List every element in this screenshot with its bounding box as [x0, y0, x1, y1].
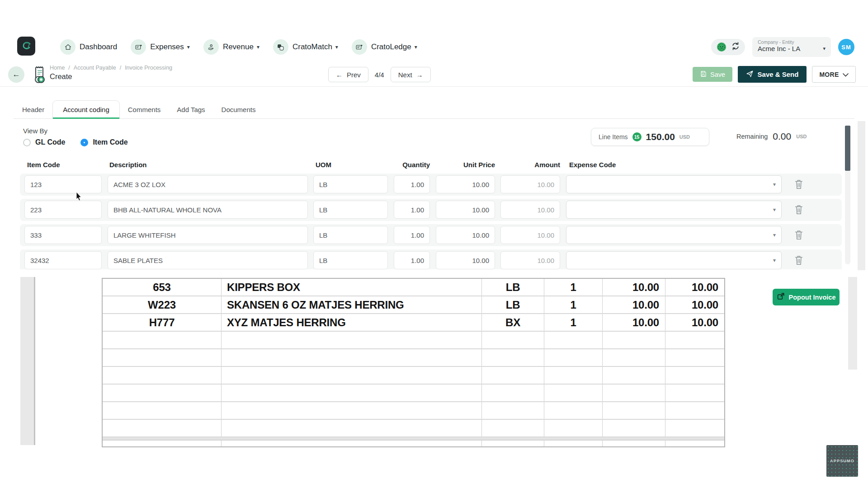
- description-field[interactable]: LARGE WHITEFISH: [108, 226, 308, 244]
- user-avatar[interactable]: SM: [838, 39, 854, 55]
- popout-icon: [777, 292, 785, 302]
- invoice-row-empty: [103, 420, 724, 437]
- nav-item-dashboard[interactable]: Dashboard: [60, 39, 117, 55]
- prev-button[interactable]: ← Prev: [328, 67, 368, 82]
- tab-account-coding[interactable]: Account coding: [52, 100, 120, 118]
- caret-down-icon: ▾: [773, 257, 776, 263]
- amount-field[interactable]: 10.00: [500, 201, 560, 219]
- home-icon: [60, 39, 75, 55]
- amount-field[interactable]: 10.00: [500, 175, 560, 193]
- quantity-field[interactable]: 1.00: [394, 226, 430, 244]
- nav-label: Revenue: [223, 42, 254, 52]
- uom-field[interactable]: LB: [313, 226, 388, 244]
- radio-gl-code[interactable]: GL Code: [23, 138, 65, 146]
- description-field[interactable]: BHB ALL-NATURAL WHOLE NOVA: [108, 201, 308, 219]
- expense-code-dropdown[interactable]: ▾: [566, 175, 782, 193]
- amount-field[interactable]: 10.00: [500, 226, 560, 244]
- invoice-cell-uom: BX: [482, 314, 544, 331]
- back-button[interactable]: ←: [8, 66, 24, 83]
- line-items-currency: USD: [679, 134, 690, 140]
- uom-field[interactable]: LB: [313, 201, 388, 219]
- invoice-cell-uom: LB: [482, 279, 544, 296]
- nav-item-cratomatch[interactable]: CratoMatch ▾: [273, 39, 338, 55]
- nav-item-revenue[interactable]: Revenue ▾: [203, 39, 259, 55]
- invoice-cell-qty: 1: [544, 314, 603, 331]
- breadcrumb-account-payable[interactable]: Account Payable: [74, 65, 116, 71]
- invoice-processing-screen: Dashboard Expenses ▾ Revenue ▾: [0, 0, 868, 488]
- chevron-down-icon: ▾: [823, 46, 826, 52]
- description-field[interactable]: ACME 3 OZ LOX: [108, 175, 308, 193]
- invoice-preview-right-scrollbar[interactable]: [848, 277, 857, 370]
- invoice-row-empty: [103, 385, 724, 402]
- tab-add-tags[interactable]: Add Tags: [169, 101, 213, 118]
- coding-scrollbar-thumb[interactable]: [845, 126, 850, 171]
- radio-item-code[interactable]: Item Code: [80, 138, 127, 146]
- unit-price-field[interactable]: 10.00: [436, 251, 495, 269]
- invoice-cell-code: 653: [103, 279, 222, 296]
- chevron-down-icon: ▾: [335, 44, 338, 50]
- quantity-field[interactable]: 1.00: [394, 175, 430, 193]
- expenses-icon: [131, 39, 146, 55]
- unit-price-field[interactable]: 10.00: [436, 226, 495, 244]
- view-by-options: GL Code Item Code: [23, 138, 128, 146]
- line-items-total-pill[interactable]: Line Items 15 150.00 USD: [591, 128, 709, 146]
- trash-icon[interactable]: [794, 255, 805, 267]
- expense-code-dropdown[interactable]: ▾: [566, 251, 782, 269]
- invoice-preview-table: 653 KIPPERS BOX LB 1 10.00 10.00 W223 SK…: [102, 278, 725, 447]
- trash-icon[interactable]: [794, 230, 805, 241]
- remaining-amount: 0.00: [773, 131, 791, 142]
- save-label: Save: [710, 71, 725, 78]
- invoice-receipt-icon: [33, 66, 47, 86]
- pager-position: 4/4: [375, 71, 384, 79]
- invoice-cell-amount: 10.00: [665, 296, 724, 313]
- expense-code-dropdown[interactable]: ▾: [566, 201, 782, 219]
- radio-checked-icon: [80, 139, 88, 146]
- invoice-cell-amount: 10.00: [665, 279, 724, 296]
- refresh-icon[interactable]: [731, 42, 740, 52]
- invoice-cell-desc: KIPPERS BOX: [222, 279, 482, 296]
- tab-header[interactable]: Header: [14, 101, 52, 118]
- item-code-field[interactable]: 333: [24, 226, 102, 244]
- more-button[interactable]: MORE: [812, 66, 856, 83]
- nav-item-expenses[interactable]: Expenses ▾: [131, 39, 190, 55]
- invoice-cell-qty: 1: [544, 279, 603, 296]
- quantity-field[interactable]: 1.00: [394, 251, 430, 269]
- breadcrumb-invoice-processing[interactable]: Invoice Processing: [125, 65, 172, 71]
- trash-icon[interactable]: [794, 179, 805, 191]
- item-code-field[interactable]: 123: [24, 175, 102, 193]
- radio-unchecked-icon: [23, 139, 31, 146]
- uom-field[interactable]: LB: [313, 251, 388, 269]
- amount-field[interactable]: 10.00: [500, 251, 560, 269]
- description-field[interactable]: SABLE PLATES: [108, 251, 308, 269]
- expense-code-dropdown[interactable]: ▾: [566, 226, 782, 244]
- remaining-currency: USD: [796, 134, 807, 139]
- unit-price-field[interactable]: 10.00: [436, 175, 495, 193]
- tab-documents[interactable]: Documents: [213, 101, 264, 118]
- company-entity-selector[interactable]: Company - Entity Acme Inc - LA ▾: [752, 37, 831, 57]
- invoice-preview-left-scrollbar[interactable]: [20, 277, 35, 445]
- coin-toggle-icon[interactable]: [716, 42, 727, 52]
- coding-row-2: 223 BHB ALL-NATURAL WHOLE NOVA LB 1.00 1…: [20, 199, 842, 221]
- unit-price-field[interactable]: 10.00: [436, 201, 495, 219]
- tab-comments[interactable]: Comments: [120, 101, 169, 118]
- app-logo[interactable]: [17, 37, 35, 56]
- invoice-cell-price: 10.00: [603, 296, 665, 313]
- coding-row-1: 123 ACME 3 OZ LOX LB 1.00 10.00 10.00 ▾: [20, 174, 842, 196]
- trash-icon[interactable]: [794, 204, 805, 216]
- uom-field[interactable]: LB: [313, 175, 388, 193]
- item-code-field[interactable]: 223: [24, 201, 102, 219]
- chevron-down-icon: ▾: [415, 44, 417, 50]
- item-code-field[interactable]: 32432: [24, 251, 102, 269]
- arrow-left-icon: ←: [336, 71, 343, 79]
- radio-label: GL Code: [35, 138, 65, 146]
- popout-invoice-button[interactable]: Popout Invoice: [773, 289, 840, 305]
- breadcrumb-home[interactable]: Home: [50, 65, 65, 71]
- line-items-count-badge: 15: [632, 132, 642, 141]
- save-button[interactable]: Save: [693, 67, 732, 82]
- caret-down-icon: ▾: [773, 206, 776, 213]
- save-and-send-button[interactable]: Save & Send: [738, 66, 807, 83]
- prev-label: Prev: [347, 71, 361, 79]
- next-button[interactable]: Next →: [391, 67, 431, 82]
- nav-item-cratoledge[interactable]: CratoLedge ▾: [352, 39, 417, 55]
- quantity-field[interactable]: 1.00: [394, 201, 430, 219]
